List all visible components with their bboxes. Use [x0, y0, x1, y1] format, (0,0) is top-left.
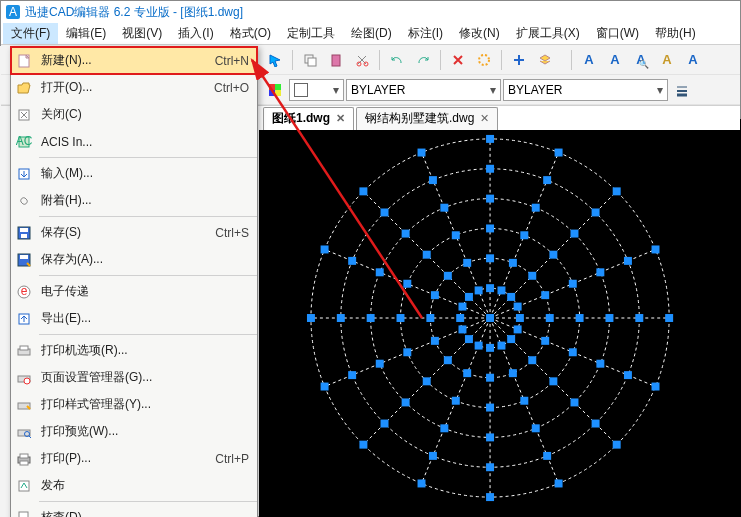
menu-5[interactable]: 定制工具: [279, 23, 343, 44]
svg-rect-68: [576, 314, 584, 322]
svg-rect-88: [486, 433, 494, 441]
menu-item-print[interactable]: 打印(P)...Ctrl+P: [11, 445, 257, 472]
menu-7[interactable]: 标注(I): [400, 23, 451, 44]
menu-item-acis[interactable]: ACACIS In...: [11, 128, 257, 155]
svg-rect-94: [402, 230, 410, 238]
svg-text:e: e: [21, 284, 28, 298]
svg-rect-124: [307, 314, 315, 322]
svg-rect-44: [456, 314, 464, 322]
doc-tab[interactable]: 图纸1.dwg✕: [263, 107, 354, 130]
menu-item-label: 保存(S): [41, 224, 207, 241]
chevron-down-icon: ▾: [333, 83, 339, 97]
menu-item-etrans[interactable]: e电子传递: [11, 278, 257, 305]
pan-icon[interactable]: [507, 48, 531, 72]
color-combo[interactable]: ▾: [289, 79, 344, 101]
menu-6[interactable]: 绘图(D): [343, 23, 400, 44]
svg-rect-54: [528, 356, 536, 364]
paste-icon[interactable]: [324, 48, 348, 72]
menu-item-pstyle[interactable]: 打印样式管理器(Y)...: [11, 391, 257, 418]
menu-item-ppreview[interactable]: 打印预览(W)...: [11, 418, 257, 445]
svg-rect-138: [20, 228, 28, 232]
close-icon[interactable]: ✕: [480, 112, 489, 125]
menu-item-audit[interactable]: 核查(D)...: [11, 504, 257, 517]
menu-item-saveas[interactable]: 保存为(A)...: [11, 246, 257, 273]
text-style-icon[interactable]: A: [655, 48, 679, 72]
text-find-icon[interactable]: A🔍: [629, 48, 653, 72]
svg-rect-39: [497, 342, 505, 350]
color-swatch-icon[interactable]: [263, 78, 287, 102]
menu-3[interactable]: 插入(I): [170, 23, 221, 44]
svg-rect-90: [402, 398, 410, 406]
close-icon[interactable]: ✕: [336, 112, 345, 125]
menu-item-popt[interactable]: 打印机选项(R)...: [11, 337, 257, 364]
svg-rect-70: [549, 377, 557, 385]
svg-rect-112: [486, 165, 494, 173]
svg-rect-127: [418, 149, 426, 157]
doc-tab[interactable]: 钢结构别墅建筑.dwg✕: [356, 107, 498, 130]
svg-rect-109: [348, 257, 356, 265]
menu-item-close[interactable]: 关闭(C): [11, 101, 257, 128]
text-a1-icon[interactable]: A: [577, 48, 601, 72]
svg-rect-78: [423, 251, 431, 259]
menu-item-label: 核查(D)...: [41, 509, 249, 517]
menu-9[interactable]: 扩展工具(X): [508, 23, 588, 44]
import-icon: [15, 165, 33, 183]
svg-rect-81: [520, 231, 528, 239]
svg-rect-86: [570, 398, 578, 406]
menu-item-label: 发布: [41, 477, 249, 494]
svg-rect-102: [592, 420, 600, 428]
open-icon: [15, 79, 33, 97]
select-icon[interactable]: [263, 48, 287, 72]
text-a2-icon[interactable]: A: [603, 48, 627, 72]
drawing-canvas[interactable]: [259, 119, 741, 517]
svg-rect-76: [397, 314, 405, 322]
menu-0[interactable]: 文件(F): [3, 23, 58, 44]
menu-11[interactable]: 帮助(H): [647, 23, 704, 44]
svg-rect-10: [269, 90, 275, 96]
menu-item-export[interactable]: 导出(E)...: [11, 305, 257, 332]
delete-icon[interactable]: [446, 48, 470, 72]
menu-item-save[interactable]: 保存(S)Ctrl+S: [11, 219, 257, 246]
svg-rect-141: [20, 255, 28, 259]
ppreview-icon: [15, 423, 33, 441]
acis-icon: AC: [15, 133, 33, 151]
svg-rect-130: [613, 187, 621, 195]
layers-icon[interactable]: [533, 48, 557, 72]
layer-name-combo[interactable]: BYLAYER ▾: [346, 79, 501, 101]
lineweight-icon[interactable]: [670, 78, 694, 102]
svg-rect-56: [486, 374, 494, 382]
svg-rect-119: [555, 479, 563, 487]
svg-rect-43: [458, 325, 466, 333]
menu-8[interactable]: 修改(N): [451, 23, 508, 44]
menu-2[interactable]: 视图(V): [114, 23, 170, 44]
redo-icon[interactable]: [411, 48, 435, 72]
menu-1[interactable]: 编辑(E): [58, 23, 114, 44]
svg-rect-41: [475, 342, 483, 350]
svg-rect-8: [269, 84, 275, 90]
highlight-icon[interactable]: [472, 48, 496, 72]
svg-rect-98: [570, 230, 578, 238]
copy-icon[interactable]: [298, 48, 322, 72]
cut-icon[interactable]: [350, 48, 374, 72]
svg-rect-51: [514, 303, 522, 311]
svg-rect-126: [359, 187, 367, 195]
menu-item-label: 打开(O)...: [41, 79, 206, 96]
svg-rect-45: [458, 303, 466, 311]
svg-rect-101: [624, 371, 632, 379]
menu-item-publish[interactable]: 发布: [11, 472, 257, 499]
svg-rect-73: [452, 397, 460, 405]
shortcut-label: Ctrl+O: [214, 81, 249, 95]
menu-item-open[interactable]: 打开(O)...Ctrl+O: [11, 74, 257, 101]
menu-item-new[interactable]: 新建(N)...Ctrl+N: [11, 47, 257, 74]
menu-4[interactable]: 格式(O): [222, 23, 279, 44]
menu-item-attach[interactable]: 附着(H)...: [11, 187, 257, 214]
menu-item-import[interactable]: 输入(M)...: [11, 160, 257, 187]
menu-10[interactable]: 窗口(W): [588, 23, 647, 44]
undo-icon[interactable]: [385, 48, 409, 72]
svg-rect-74: [423, 377, 431, 385]
menu-item-psetup[interactable]: 页面设置管理器(G)...: [11, 364, 257, 391]
svg-rect-156: [19, 512, 28, 518]
linetype-combo[interactable]: BYLAYER ▾: [503, 79, 668, 101]
text-check-icon[interactable]: A: [681, 48, 705, 72]
svg-rect-103: [543, 452, 551, 460]
